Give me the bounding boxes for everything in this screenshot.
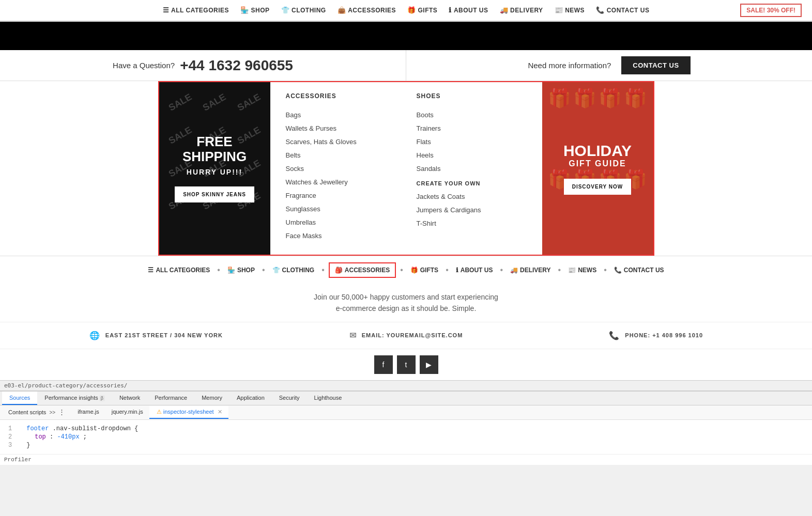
code-line-3: 3 }: [8, 442, 804, 449]
menu-item-heels[interactable]: Heels: [417, 150, 527, 160]
menu-item-fragrance[interactable]: Fragrance: [286, 191, 396, 200]
nav-item-delivery[interactable]: 🚚 DELIVERY: [496, 4, 547, 16]
menu-item-jackets[interactable]: Jackets & Coats: [417, 192, 527, 201]
menu-item-bags[interactable]: Bags: [286, 110, 396, 119]
footer-nav-about[interactable]: ℹ ABOUT US: [453, 264, 496, 276]
menu-item-jumpers[interactable]: Jumpers & Cardigans: [417, 205, 527, 214]
shoes-column: SHOES Boots Trainers Flats Heels Sandals…: [417, 92, 527, 244]
footer-nav-delivery[interactable]: 🚚 DELIVERY: [507, 264, 554, 276]
menu-item-watches[interactable]: Watches & Jewellery: [286, 177, 396, 186]
menu-item-flats[interactable]: Flats: [417, 137, 527, 146]
menu-item-trainers[interactable]: Trainers: [417, 123, 527, 133]
footer-icon-gifts: 🎁: [410, 267, 418, 274]
shoes-header: SHOES: [417, 92, 527, 104]
devtools-tab-network[interactable]: Network: [112, 392, 147, 405]
promo-left-panel: SALE SALE SALE SALE SALE SALE SALE SALE …: [159, 82, 270, 255]
nav-item-about[interactable]: ℹ ABOUT US: [445, 4, 492, 16]
nav-item-news[interactable]: 📰 NEWS: [550, 4, 589, 16]
close-tab-icon[interactable]: ✕: [218, 409, 222, 415]
url-bar: e03-el/product-category/accessories/: [0, 380, 812, 390]
nav-icon-accessories: 👜: [338, 6, 346, 14]
menu-item-boots[interactable]: Boots: [417, 110, 527, 119]
devtools-tab-lighthouse[interactable]: Lighthouse: [307, 392, 349, 405]
footer-icon-delivery: 🚚: [510, 267, 518, 274]
sale-badge[interactable]: SALE! 30% OFF!: [740, 4, 802, 17]
info-bar: 🌐 EAST 21ST STREET / 304 NEW YORK ✉ EMAI…: [0, 322, 812, 349]
top-nav: ☰ ALL CATEGORIES 🏪 SHOP 👕 CLOTHING 👜 ACC…: [0, 0, 812, 22]
devtools-subtab-iframe[interactable]: iframe.js: [71, 406, 105, 418]
email-icon: ✉: [349, 331, 357, 340]
devtools-tab-security[interactable]: Security: [272, 392, 307, 405]
devtools-subtab-content-scripts[interactable]: Content scripts >> ⋮: [2, 405, 71, 419]
devtools-tabs-bar: Sources Performance insightsβ Network Pe…: [0, 392, 812, 405]
profiler-label: Profiler: [4, 457, 32, 463]
social-btn-fb[interactable]: f: [374, 355, 393, 374]
shop-skinny-jeans-button[interactable]: SHOP SKINNY JEANS: [175, 186, 254, 202]
devtools-panel: Sources Performance insightsβ Network Pe…: [0, 390, 812, 465]
nav-icon-contact: 📞: [596, 6, 605, 14]
footer-nav-contact[interactable]: 📞 CONTACT US: [611, 264, 667, 276]
footer-bottom-bar: f t ▶: [0, 349, 812, 380]
footer-nav-all-categories[interactable]: ☰ ALL CATEGORIES: [145, 264, 213, 276]
nav-icon-about: ℹ: [449, 6, 452, 14]
accessories-header: ACCESSORIES: [286, 92, 396, 104]
footer-nav-news[interactable]: 📰 NEWS: [565, 264, 600, 276]
tagline-line1: Join our 50,000+ happy customers and sta…: [10, 291, 802, 303]
code-line-2: 2 top : -410px ;: [8, 433, 804, 441]
nav-icon-shop: 🏪: [240, 6, 249, 14]
menu-item-tshirt[interactable]: T-Shirt: [417, 218, 527, 228]
gift-guide-subtitle: GIFT GUIDE: [563, 159, 632, 168]
devtools-subtab-inspector-stylesheet[interactable]: ⚠ inspector-stylesheet ✕: [149, 406, 228, 419]
nav-item-shop[interactable]: 🏪 SHOP: [236, 4, 274, 16]
menu-item-sunglasses[interactable]: Sunglasses: [286, 204, 396, 213]
nav-icon-delivery: 🚚: [500, 6, 509, 14]
nav-item-contact[interactable]: 📞 CONTACT US: [592, 4, 653, 16]
nav-item-clothing[interactable]: 👕 CLOTHING: [277, 4, 330, 16]
accessories-column: ACCESSORIES Bags Wallets & Purses Scarve…: [286, 92, 396, 244]
devtools-tab-performance-insights[interactable]: Performance insightsβ: [37, 392, 112, 405]
have-question-text: Have a Question?: [113, 61, 175, 70]
devtools-subtabs-bar: Content scripts >> ⋮ iframe.js jquery.mi…: [0, 405, 812, 420]
profiler-bar: Profiler: [0, 454, 812, 465]
devtools-tab-memory[interactable]: Memory: [194, 392, 229, 405]
info-email: ✉ EMAIL: YOUREMAIL@SITE.COM: [281, 331, 531, 340]
info-phone: 📞 PHONE: +1 408 996 1010: [531, 331, 781, 340]
phone-number: +44 1632 960655: [180, 57, 293, 74]
menu-item-umbrellas[interactable]: Umbrellas: [286, 217, 396, 227]
menu-item-wallets[interactable]: Wallets & Purses: [286, 123, 396, 133]
footer-nav-shop[interactable]: 🏪 SHOP: [224, 264, 258, 276]
footer-nav-accessories[interactable]: 🎒 ACCESSORIES: [329, 262, 396, 278]
social-btn-yt[interactable]: ▶: [420, 355, 438, 374]
nav-item-accessories[interactable]: 👜 ACCESSORIES: [333, 4, 400, 16]
phone-icon: 📞: [609, 331, 620, 340]
discovery-now-button[interactable]: DISCOVERY NOW: [564, 179, 632, 195]
menu-item-belts[interactable]: Belts: [286, 150, 396, 160]
devtools-subtab-jquery[interactable]: jquery.min.js: [105, 406, 149, 418]
nav-item-all-categories[interactable]: ☰ ALL CATEGORIES: [159, 4, 233, 16]
devtools-tab-application[interactable]: Application: [229, 392, 272, 405]
footer-icon-about: ℹ: [456, 267, 458, 274]
devtools-tab-performance[interactable]: Performance: [147, 392, 194, 405]
contact-us-button[interactable]: CONTACT US: [621, 56, 690, 74]
footer-nav-gifts[interactable]: 🎁 GIFTS: [407, 264, 441, 276]
nav-icon-all-categories: ☰: [163, 6, 170, 14]
contact-bar: Have a Question? +44 1632 960655 Need mo…: [0, 50, 812, 81]
menu-item-scarves[interactable]: Scarves, Hats & Gloves: [286, 137, 396, 146]
mega-menu: SALE SALE SALE SALE SALE SALE SALE SALE …: [158, 81, 654, 256]
info-address: 🌐 EAST 21ST STREET / 304 NEW YORK: [31, 331, 281, 340]
code-line-1: 1 footer .nav-sublist-dropdown {: [8, 425, 804, 432]
warning-icon: ⚠: [157, 409, 162, 415]
devtools-code-content: 1 footer .nav-sublist-dropdown { 2 top :…: [0, 420, 812, 454]
devtools-tab-sources[interactable]: Sources: [2, 392, 37, 405]
footer-nav-clothing[interactable]: 👕 CLOTHING: [269, 264, 318, 276]
free-shipping-title: FREE SHIPPING: [170, 134, 260, 164]
tagline-line2: e-commerce design as it should be. Simpl…: [10, 303, 802, 314]
menu-item-sandals[interactable]: Sandals: [417, 164, 527, 173]
more-info-text: Need more information?: [528, 61, 611, 70]
footer-icon-clothing: 👕: [272, 267, 280, 274]
create-your-own-header: CREATE YOUR OWN: [417, 180, 527, 186]
menu-item-socks[interactable]: Socks: [286, 164, 396, 173]
social-btn-tw[interactable]: t: [397, 355, 416, 374]
menu-item-face-masks[interactable]: Face Masks: [286, 231, 396, 240]
nav-item-gifts[interactable]: 🎁 GIFTS: [403, 4, 441, 16]
